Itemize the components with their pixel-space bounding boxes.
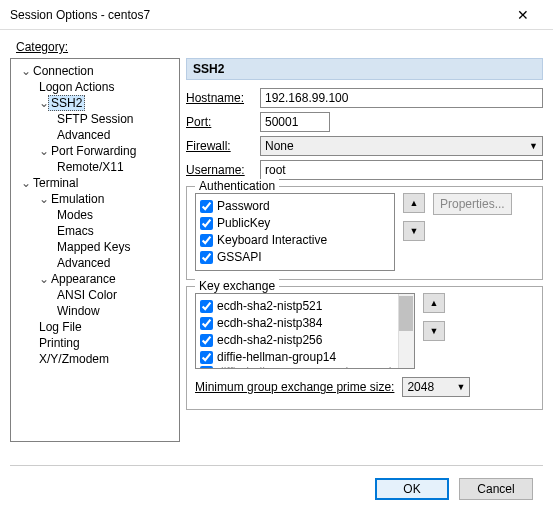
ok-button[interactable]: OK xyxy=(375,478,449,500)
kex-item[interactable]: diffie-hellman-group14 xyxy=(200,349,410,366)
tree-xyzmodem[interactable]: X/Y/Zmodem xyxy=(11,351,179,367)
port-label: Port: xyxy=(186,115,252,129)
window-title: Session Options - centos7 xyxy=(10,8,503,22)
auth-password[interactable]: Password xyxy=(200,198,390,215)
tree-ssh2[interactable]: ⌄SSH2 xyxy=(11,95,179,111)
tree-remote-x11[interactable]: Remote/X11 xyxy=(11,159,179,175)
tree-modes[interactable]: Modes xyxy=(11,207,179,223)
port-input[interactable] xyxy=(260,112,330,132)
tree-advanced-2[interactable]: Advanced xyxy=(11,255,179,271)
properties-button[interactable]: Properties... xyxy=(433,193,512,215)
tree-logon-actions[interactable]: Logon Actions xyxy=(11,79,179,95)
tree-connection[interactable]: ⌄Connection xyxy=(11,63,179,79)
firewall-value: None xyxy=(265,139,294,153)
tree-terminal[interactable]: ⌄Terminal xyxy=(11,175,179,191)
tree-mapped-keys[interactable]: Mapped Keys xyxy=(11,239,179,255)
cancel-button[interactable]: Cancel xyxy=(459,478,533,500)
tree-port-forwarding[interactable]: ⌄Port Forwarding xyxy=(11,143,179,159)
auth-move-up-button[interactable]: ▲ xyxy=(403,193,425,213)
key-exchange-legend: Key exchange xyxy=(195,279,279,293)
kex-move-down-button[interactable]: ▼ xyxy=(423,321,445,341)
auth-publickey[interactable]: PublicKey xyxy=(200,215,390,232)
tree-emacs[interactable]: Emacs xyxy=(11,223,179,239)
firewall-label: Firewall: xyxy=(186,139,252,153)
auth-listbox[interactable]: Password PublicKey Keyboard Interactive … xyxy=(195,193,395,271)
kex-listbox[interactable]: ecdh-sha2-nistp521 ecdh-sha2-nistp384 ec… xyxy=(195,293,415,369)
caret-down-icon: ⌄ xyxy=(21,175,31,191)
auth-keyboard-interactive[interactable]: Keyboard Interactive xyxy=(200,232,390,249)
scrollbar-thumb[interactable] xyxy=(399,296,413,331)
tree-printing[interactable]: Printing xyxy=(11,335,179,351)
hostname-label: Hostname: xyxy=(186,91,252,105)
tree-window[interactable]: Window xyxy=(11,303,179,319)
kex-move-up-button[interactable]: ▲ xyxy=(423,293,445,313)
min-group-value: 2048 xyxy=(407,380,434,394)
close-icon[interactable]: ✕ xyxy=(503,7,543,23)
min-group-label: Minimum group exchange prime size: xyxy=(195,380,394,394)
min-group-select[interactable]: 2048 ▼ xyxy=(402,377,470,397)
caret-down-icon: ⌄ xyxy=(39,143,49,159)
auth-move-down-button[interactable]: ▼ xyxy=(403,221,425,241)
hostname-input[interactable] xyxy=(260,88,543,108)
caret-down-icon: ⌄ xyxy=(21,63,31,79)
username-label: Username: xyxy=(186,163,252,177)
chevron-down-icon: ▼ xyxy=(457,382,466,392)
section-header: SSH2 xyxy=(186,58,543,80)
tree-ansi-color[interactable]: ANSI Color xyxy=(11,287,179,303)
chevron-down-icon: ▼ xyxy=(529,141,538,151)
username-input[interactable] xyxy=(260,160,543,180)
caret-down-icon: ⌄ xyxy=(39,191,49,207)
tree-emulation[interactable]: ⌄Emulation xyxy=(11,191,179,207)
auth-gssapi[interactable]: GSSAPI xyxy=(200,249,390,266)
tree-sftp-session[interactable]: SFTP Session xyxy=(11,111,179,127)
caret-down-icon: ⌄ xyxy=(39,271,49,287)
category-tree[interactable]: ⌄Connection Logon Actions ⌄SSH2 SFTP Ses… xyxy=(10,58,180,442)
key-exchange-group: Key exchange ecdh-sha2-nistp521 ecdh-sha… xyxy=(186,286,543,410)
kex-item[interactable]: ecdh-sha2-nistp521 xyxy=(200,298,410,315)
tree-log-file[interactable]: Log File xyxy=(11,319,179,335)
authentication-group: Authentication Password PublicKey Keyboa… xyxy=(186,186,543,280)
kex-item[interactable]: ecdh-sha2-nistp384 xyxy=(200,315,410,332)
tree-advanced[interactable]: Advanced xyxy=(11,127,179,143)
title-bar: Session Options - centos7 ✕ xyxy=(0,0,553,30)
kex-item[interactable]: ecdh-sha2-nistp256 xyxy=(200,332,410,349)
scrollbar[interactable] xyxy=(398,294,414,368)
firewall-select[interactable]: None ▼ xyxy=(260,136,543,156)
divider xyxy=(10,465,543,466)
category-label: Category: xyxy=(0,30,553,58)
kex-item[interactable]: diffie-hellman-group-exchange-sha256 xyxy=(200,366,410,369)
authentication-legend: Authentication xyxy=(195,179,279,193)
tree-appearance[interactable]: ⌄Appearance xyxy=(11,271,179,287)
